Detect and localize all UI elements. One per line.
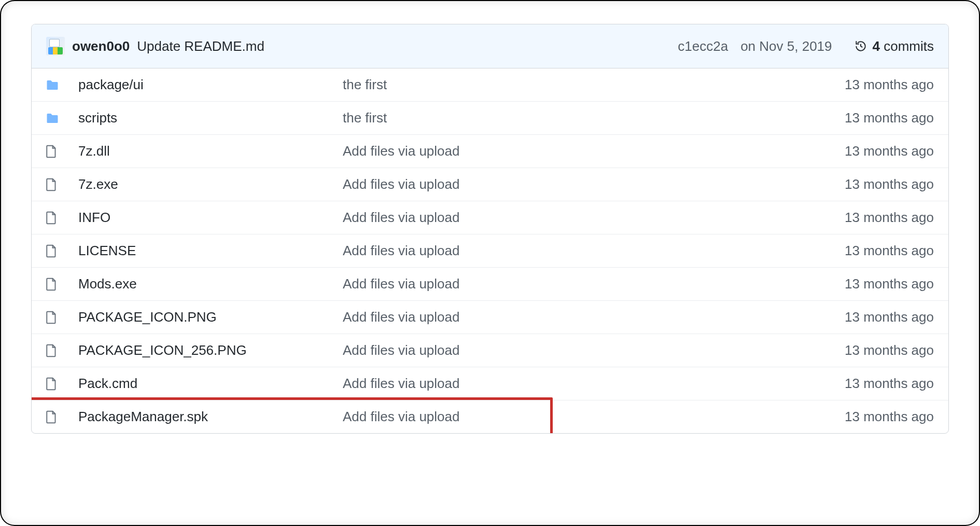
- file-link[interactable]: Mods.exe: [78, 276, 343, 292]
- table-row: 7z.dllAdd files via upload13 months ago: [32, 134, 948, 168]
- folder-link[interactable]: package/ui: [78, 77, 343, 93]
- avatar[interactable]: [46, 37, 65, 56]
- file-link[interactable]: 7z.dll: [78, 143, 343, 159]
- latest-commit-header: owen0o0 Update README.md c1ecc2a on Nov …: [32, 24, 948, 68]
- file-icon: [46, 244, 59, 258]
- file-icon: [46, 177, 59, 192]
- commit-message-link[interactable]: Update README.md: [137, 38, 264, 55]
- table-row: package/uithe first13 months ago: [32, 68, 948, 101]
- file-link[interactable]: PACKAGE_ICON.PNG: [78, 309, 343, 325]
- time-ago: 13 months ago: [789, 309, 934, 325]
- commit-message-link[interactable]: the first: [343, 110, 789, 126]
- time-ago: 13 months ago: [789, 376, 934, 392]
- time-ago: 13 months ago: [789, 77, 934, 93]
- commit-message-link[interactable]: Add files via upload: [343, 342, 789, 358]
- file-link[interactable]: LICENSE: [78, 243, 343, 259]
- file-icon: [46, 343, 59, 358]
- table-row: scriptsthe first13 months ago: [32, 101, 948, 134]
- commit-message-link[interactable]: Add files via upload: [343, 143, 789, 159]
- table-row: Pack.cmdAdd files via upload13 months ag…: [32, 367, 948, 400]
- history-icon: [854, 39, 867, 53]
- file-link[interactable]: 7z.exe: [78, 176, 343, 192]
- commits-count: 4: [873, 38, 880, 54]
- time-ago: 13 months ago: [789, 243, 934, 259]
- file-icon: [46, 211, 59, 225]
- file-link[interactable]: PackageManager.spk: [78, 409, 343, 425]
- commit-message-link[interactable]: Add files via upload: [343, 176, 789, 192]
- time-ago: 13 months ago: [789, 342, 934, 358]
- time-ago: 13 months ago: [789, 276, 934, 292]
- file-icon: [46, 410, 59, 424]
- commits-word: commits: [884, 38, 934, 54]
- table-row: PACKAGE_ICON_256.PNGAdd files via upload…: [32, 334, 948, 367]
- table-row: PackageManager.spkAdd files via upload13…: [32, 400, 948, 433]
- commits-link[interactable]: 4 commits: [854, 38, 934, 55]
- commit-message-link[interactable]: Add files via upload: [343, 243, 789, 259]
- table-row: INFOAdd files via upload13 months ago: [32, 201, 948, 234]
- file-listing-box: owen0o0 Update README.md c1ecc2a on Nov …: [31, 24, 949, 434]
- table-row: 7z.exeAdd files via upload13 months ago: [32, 168, 948, 201]
- file-icon: [46, 277, 59, 292]
- table-row: Mods.exeAdd files via upload13 months ag…: [32, 267, 948, 300]
- file-icon: [46, 310, 59, 325]
- file-link[interactable]: INFO: [78, 210, 343, 226]
- file-link[interactable]: Pack.cmd: [78, 376, 343, 392]
- table-row: LICENSEAdd files via upload13 months ago: [32, 234, 948, 267]
- file-rows-container: package/uithe first13 months ago scripts…: [32, 68, 948, 433]
- commit-sha-link[interactable]: c1ecc2a: [678, 38, 728, 55]
- commit-message-link[interactable]: Add files via upload: [343, 309, 789, 325]
- commit-message-link[interactable]: the first: [343, 77, 789, 93]
- commit-message-link[interactable]: Add files via upload: [343, 276, 789, 292]
- folder-link[interactable]: scripts: [78, 110, 343, 126]
- commit-date: on Nov 5, 2019: [740, 38, 832, 55]
- commit-message-link[interactable]: Add files via upload: [343, 409, 789, 425]
- time-ago: 13 months ago: [789, 176, 934, 192]
- commit-message-link[interactable]: Add files via upload: [343, 210, 789, 226]
- folder-icon: [46, 78, 59, 92]
- time-ago: 13 months ago: [789, 110, 934, 126]
- time-ago: 13 months ago: [789, 143, 934, 159]
- commit-message-link[interactable]: Add files via upload: [343, 376, 789, 392]
- table-row: PACKAGE_ICON.PNGAdd files via upload13 m…: [32, 300, 948, 334]
- file-icon: [46, 144, 59, 159]
- file-icon: [46, 377, 59, 391]
- file-link[interactable]: PACKAGE_ICON_256.PNG: [78, 342, 343, 358]
- folder-icon: [46, 111, 59, 126]
- time-ago: 13 months ago: [789, 210, 934, 226]
- time-ago: 13 months ago: [789, 409, 934, 425]
- commit-author-link[interactable]: owen0o0: [72, 38, 130, 55]
